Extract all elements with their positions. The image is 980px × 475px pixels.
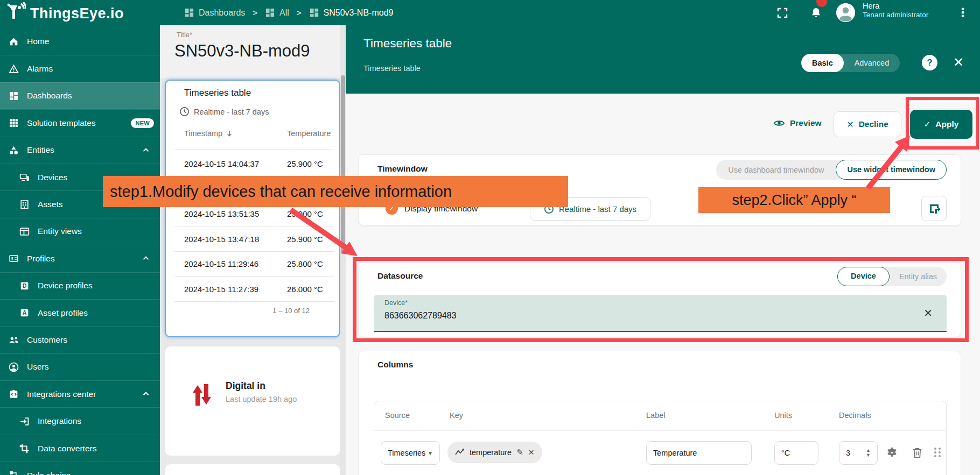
breadcrumb-separator: > (253, 8, 257, 17)
table-row[interactable]: 2024-10-15 13:47:18 25.900 °C (174, 227, 334, 252)
dashboard-title-field[interactable]: Title* SN50v3-NB-mod9 (160, 25, 346, 78)
stepper-arrows[interactable]: ▲▼ (866, 448, 871, 458)
annotation-step2: step2.Click” Apply “ (698, 187, 890, 213)
sidebar-item-profiles[interactable]: Profiles (0, 245, 160, 272)
column-header-timestamp[interactable]: Timestamp (184, 129, 233, 138)
source-select[interactable]: Timeseries ▼ (381, 441, 440, 465)
toggle-basic[interactable]: Basic (801, 54, 844, 72)
breadcrumb-all[interactable]: All (265, 8, 289, 18)
decimals-stepper[interactable]: 3 ▲▼ (839, 441, 878, 465)
chevron-up-icon (141, 145, 151, 157)
sidebar-item-label: Dashboards (27, 91, 72, 101)
timeseries-sparkline-icon (455, 448, 465, 457)
widget-config-panel: Timeseries table Timeseries table Basic … (346, 25, 980, 475)
temperature-cell: 26.000 °C (287, 285, 323, 294)
annotation-step1: step1.Modify devices that can receive in… (103, 176, 568, 207)
breadcrumb-current-dashboard[interactable]: SN50v3-NB-mod9 (309, 8, 394, 18)
close-icon[interactable]: ✕ (953, 54, 964, 71)
eye-icon (773, 117, 785, 129)
sidebar-item-integrations-center[interactable]: Integrations center (0, 380, 160, 407)
sidebar-item-label: Device profiles (38, 281, 93, 290)
sidebar-item-integrations[interactable]: Integrations (0, 407, 160, 434)
drag-handle[interactable] (934, 448, 941, 457)
panel-header: Timeseries table Timeseries table Basic … (346, 25, 980, 94)
scrollbar-thumb[interactable] (341, 75, 345, 253)
clock-icon (179, 107, 190, 117)
sidebar: Home Alarms Dashboards Solution template… (0, 25, 160, 475)
column-settings-gear-icon[interactable] (886, 446, 898, 461)
sidebar-item-users[interactable]: Users (0, 353, 160, 380)
sidebar-item-entities[interactable]: Entities (0, 137, 160, 164)
timewindow-copy-icon[interactable] (921, 196, 947, 221)
widget-timewindow[interactable]: Realtime - last 7 days (179, 107, 269, 117)
table-row[interactable]: 2024-10-15 11:27:39 26.000 °C (174, 277, 334, 302)
entity-views-icon (19, 225, 31, 237)
timestamp-cell: 2024-10-15 14:04:37 (184, 159, 259, 168)
breadcrumb-dashboards[interactable]: Dashboards (184, 8, 245, 18)
sidebar-item-alarms[interactable]: Alarms (0, 55, 160, 82)
decline-button[interactable]: ✕ Decline (834, 111, 901, 137)
dashboard-grid-icon (309, 8, 319, 18)
dashboard-grid-icon (265, 8, 275, 18)
sidebar-item-solution-templates[interactable]: Solution templates NEW (0, 109, 160, 136)
units-input[interactable]: °C (774, 441, 818, 465)
timewindow-scope-toggle: Use dashboard timewindow Use widget time… (716, 160, 947, 180)
sidebar-item-rule-chains[interactable]: Rule chains (0, 462, 160, 475)
widget-title: Timeseries table (184, 88, 251, 98)
user-name: Hera (863, 1, 928, 11)
column-header-temperature[interactable]: Temperature (287, 129, 331, 138)
partial-widget-card[interactable] (165, 464, 340, 475)
sidebar-item-home[interactable]: Home (0, 28, 160, 55)
asset-profiles-icon: A (19, 307, 31, 319)
key-chip[interactable]: temperature ✎ ✕ (447, 442, 542, 463)
table-pagination[interactable]: 1 – 10 of 12 (272, 307, 310, 315)
table-row[interactable]: 2024-10-15 11:29:46 25.800 °C (174, 252, 334, 277)
units-input-value: °C (781, 449, 790, 457)
decline-label: Decline (859, 119, 888, 129)
label-input[interactable]: Temperature (646, 441, 752, 465)
panel-title: Timeseries table (363, 37, 452, 51)
sidebar-item-data-converters[interactable]: Data converters (0, 435, 160, 462)
sidebar-item-label: Customers (27, 335, 67, 345)
chevron-up-icon (141, 253, 151, 265)
app-logo[interactable]: ThingsEye.io (5, 2, 124, 25)
sidebar-item-device-profiles[interactable]: D Device profiles (0, 272, 160, 299)
digital-in-widget[interactable]: Digital in Last update 19h ago (165, 346, 340, 456)
column-header-label: Timestamp (184, 129, 222, 138)
annotation-highlight-datasource (353, 257, 969, 342)
integrations-center-icon (8, 388, 20, 400)
user-role: Tenant administrator (863, 11, 928, 20)
user-avatar[interactable] (835, 0, 856, 25)
fullscreen-icon[interactable] (774, 0, 790, 25)
sidebar-item-asset-profiles[interactable]: A Asset profiles (0, 299, 160, 326)
timewindow-value-label: Realtime - last 7 days (559, 204, 636, 214)
preview-label: Preview (790, 118, 822, 128)
columns-header-units: Units (774, 411, 792, 420)
preview-button[interactable]: Preview (773, 117, 822, 129)
key-chip-label: temperature (470, 448, 512, 457)
use-dashboard-timewindow-option[interactable]: Use dashboard timewindow (716, 166, 836, 174)
user-info[interactable]: Hera Tenant administrator (863, 1, 928, 20)
rule-chains-icon (8, 470, 20, 475)
chevron-down-icon: ▼ (428, 450, 433, 456)
sidebar-item-dashboards[interactable]: Dashboards (0, 82, 160, 109)
sidebar-item-label: Assets (38, 200, 63, 209)
sidebar-item-entity-views[interactable]: Entity views (0, 218, 160, 245)
timestamp-cell: 2024-10-15 13:47:18 (184, 235, 259, 244)
sidebar-item-label: Entity views (38, 226, 82, 236)
edit-pencil-icon[interactable]: ✎ (516, 448, 523, 457)
sidebar-item-label: Asset profiles (38, 308, 88, 318)
use-widget-timewindow-option[interactable]: Use widget timewindow (836, 160, 947, 180)
sidebar-item-customers[interactable]: Customers (0, 326, 160, 353)
delete-column-trash-icon[interactable] (912, 446, 923, 461)
sidebar-item-label: Solution templates (27, 118, 96, 128)
timeseries-table-widget[interactable]: Timeseries table Realtime - last 7 days … (165, 80, 340, 337)
more-menu-icon[interactable]: ⋮ (956, 0, 969, 25)
sidebar-item-label: Devices (38, 173, 67, 182)
remove-key-icon[interactable]: ✕ (528, 448, 535, 457)
table-row[interactable]: 2024-10-15 14:04:37 25.900 °C (174, 152, 334, 176)
toggle-advanced[interactable]: Advanced (844, 59, 900, 67)
sidebar-item-label: Integrations (38, 416, 81, 426)
help-icon[interactable]: ? (922, 55, 937, 70)
top-header: ThingsEye.io Dashboards > All > SN50v3-N… (0, 0, 980, 25)
